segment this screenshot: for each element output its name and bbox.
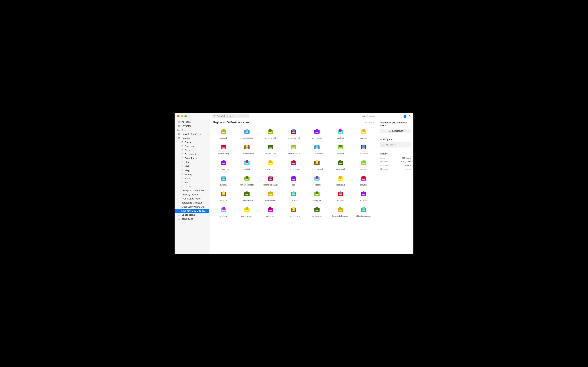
add-button[interactable]: +	[205, 114, 207, 118]
svg-rect-49	[362, 132, 365, 133]
sidebar-item[interactable]: Designer Workspace	[175, 188, 209, 192]
minimize-window-button[interactable]	[181, 115, 183, 117]
icon-cell[interactable]: dollartablet	[283, 190, 304, 201]
sidebar-item[interactable]: Calendar	[175, 144, 209, 148]
sidebar-item-all-icons[interactable]: All Icons	[175, 120, 209, 124]
icon-cell[interactable]: calendartransfer	[283, 143, 304, 155]
sidebar-item[interactable]: Zondiicons	[175, 217, 209, 221]
sidebar-item[interactable]: Money	[175, 172, 209, 176]
sidebar-item[interactable]: ▶Space-Icons	[175, 213, 209, 217]
svg-marker-4	[178, 125, 180, 127]
icon-cell[interactable]: account	[213, 127, 234, 139]
icon-cell[interactable]: chartraise	[353, 143, 374, 155]
icon-cell[interactable]: eurobag	[329, 190, 351, 201]
sidebar-item[interactable]: Close	[175, 148, 209, 152]
svg-point-39	[292, 129, 295, 132]
sidebar-item[interactable]: User	[175, 184, 209, 188]
icon-cell[interactable]: folderstatsdecrea...	[353, 206, 374, 217]
sidebar-item[interactable]: heroicons-ui-master	[175, 200, 209, 205]
close-window-button[interactable]	[177, 115, 179, 117]
sidebar-item[interactable]: SNS	[175, 176, 209, 180]
sidebar-item[interactable]: Dusk by Icons8	[175, 192, 209, 197]
icon-cell[interactable]: femaleapprove	[283, 206, 304, 217]
sidebar-item[interactable]: Link	[175, 160, 209, 164]
icon-label: amethist	[337, 137, 344, 139]
svg-point-51	[222, 145, 225, 148]
svg-rect-145	[292, 210, 295, 211]
sidebar-item[interactable]: ▼Common	[175, 136, 209, 140]
icon-cell[interactable]: dollarmobile	[260, 190, 281, 201]
sidebar-item[interactable]: Document	[175, 152, 209, 156]
icon-cell[interactable]: displaystats	[329, 174, 351, 186]
svg-point-114	[222, 192, 225, 194]
icon-cell[interactable]: businessbalance	[236, 143, 258, 155]
icon-cell[interactable]: coupon	[353, 159, 374, 170]
icon-cell[interactable]: contractdenie	[329, 159, 351, 170]
icon-cell[interactable]: eurochat	[353, 190, 374, 201]
icon-thumbnail	[243, 206, 251, 214]
icon-cell[interactable]: businessbag	[213, 143, 234, 155]
icon-cell[interactable]: accountteam	[306, 127, 328, 139]
icon-cell[interactable]: euroenvelope	[236, 206, 258, 217]
app-window: + All IconsFavoritesIcon SetsBasic Flat …	[175, 113, 413, 254]
icon-cell[interactable]: folderstatsdecrease	[329, 206, 351, 217]
svg-point-69	[362, 145, 365, 148]
icon-cell[interactable]: currencycalculator	[236, 174, 258, 186]
size-value: 48	[362, 115, 365, 117]
export-set-button[interactable]: Export Set	[380, 129, 411, 133]
icon-cell[interactable]: accountshield	[260, 127, 281, 139]
icon-cell[interactable]: businessman	[260, 143, 281, 155]
icon-cell[interactable]: deal	[283, 174, 304, 186]
icon-label: accountspread	[288, 137, 300, 139]
icon-cell[interactable]: currencyexchange	[260, 174, 281, 186]
sidebar-item[interactable]: Map	[175, 168, 209, 172]
icon-label: chartraise	[360, 153, 368, 155]
svg-rect-37	[269, 132, 272, 133]
icon-cell[interactable]: chartinfo	[329, 143, 351, 155]
icon-cell[interactable]: exchange	[260, 206, 281, 217]
icon-cell[interactable]: dollarchat	[213, 190, 234, 201]
sidebar-item-favorites[interactable]: Favorites	[175, 124, 209, 128]
sidebar-item[interactable]: Magicons 100 Business Ic...	[175, 209, 209, 213]
folder-icon	[178, 218, 180, 220]
icon-cell[interactable]: dollarenvelope	[236, 190, 258, 201]
notes-input[interactable]	[380, 142, 411, 148]
icon-cell[interactable]: currency	[213, 174, 234, 186]
sidebar-item[interactable]: MadeSomewhere-Useful...	[175, 205, 209, 209]
icon-label: decreasing	[312, 184, 321, 186]
settings-sliders-icon[interactable]	[408, 115, 411, 118]
icon-cell[interactable]: accountspread	[283, 127, 304, 139]
svg-rect-133	[362, 194, 365, 195]
sidebar-item[interactable]: Arrow	[175, 140, 209, 144]
icon-cell[interactable]: contractcancel	[306, 159, 328, 170]
search-input[interactable]: Search for icons	[212, 114, 249, 118]
icon-cell[interactable]: contractagree	[260, 159, 281, 170]
icon-cell[interactable]: dollarbag	[353, 174, 374, 186]
svg-point-126	[316, 192, 319, 194]
sidebar-item[interactable]: Form Parts	[175, 156, 209, 160]
detail-row: File Size184 KB	[380, 164, 411, 167]
size-slider[interactable]	[366, 116, 375, 117]
icon-cell[interactable]: decreasing	[306, 174, 328, 186]
icon-label: exchange	[266, 215, 274, 217]
icon-cell[interactable]: bagvision	[353, 127, 374, 139]
svg-rect-136	[222, 210, 225, 211]
icon-cell[interactable]: contractadjust	[236, 159, 258, 170]
sidebar-item[interactable]: Mail	[175, 164, 209, 168]
icon-cell[interactable]: contractapprove	[283, 159, 304, 170]
sidebar-item[interactable]: Free-Space-Icons	[175, 197, 209, 200]
icon-cell[interactable]: chartdecrease	[306, 143, 328, 155]
icon-cell[interactable]: chatbusiness	[213, 159, 234, 170]
maximize-window-button[interactable]	[185, 115, 187, 117]
svg-point-45	[339, 129, 342, 132]
svg-rect-55	[245, 148, 248, 149]
info-icon[interactable]: i	[403, 115, 406, 118]
icon-cell[interactable]: earthglobe	[306, 190, 328, 201]
svg-rect-7	[182, 142, 183, 143]
icon-cell[interactable]: eurodisplay	[213, 206, 234, 217]
icon-cell[interactable]: femaledenie	[306, 206, 328, 217]
icon-cell[interactable]: amethist	[329, 127, 351, 139]
sidebar-item[interactable]: Basic Flat Icon Set	[175, 132, 209, 136]
icon-cell[interactable]: accountsettings	[236, 127, 258, 139]
sidebar-item[interactable]: Tel	[175, 180, 209, 184]
